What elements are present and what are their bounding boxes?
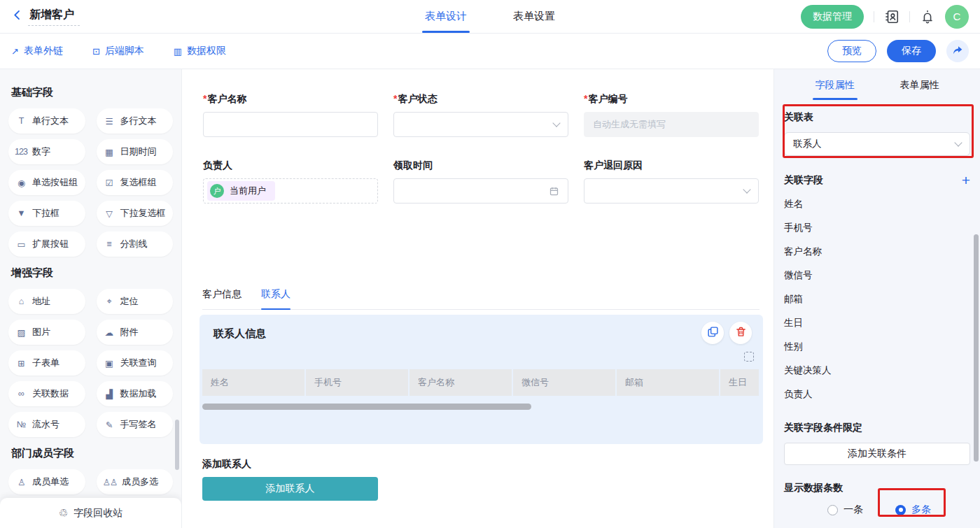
chevron-down-icon (954, 138, 962, 146)
tab-customer-info[interactable]: 客户信息 (202, 288, 241, 309)
field-recycle-bin[interactable]: ♲ 字段回收站 (0, 498, 181, 528)
copy-button[interactable] (701, 322, 724, 344)
tab-contacts[interactable]: 联系人 (261, 288, 290, 309)
user-avatar[interactable]: C (945, 5, 969, 29)
field-palette-item[interactable]: ☑ 复选框组 (97, 170, 174, 195)
selection-handle-icon[interactable] (744, 352, 754, 362)
field-palette-item[interactable]: ▣ 关联查询 (97, 350, 174, 376)
field-claim-time: 领取时间 (393, 159, 568, 204)
radio-single-row[interactable]: 一条 (827, 504, 863, 516)
field-type-label: 数字 (32, 145, 50, 158)
delete-button[interactable] (729, 322, 752, 344)
radio-multiple-rows[interactable]: 多条 (895, 504, 931, 516)
tab-form-design[interactable]: 表单设计 (425, 0, 467, 33)
return-reason-select[interactable] (584, 178, 759, 204)
related-field-item[interactable]: 客户名称 (784, 240, 970, 264)
add-condition-button[interactable]: 添加关联条件 (784, 443, 970, 465)
related-field-item[interactable]: 邮箱 (784, 287, 970, 311)
field-palette-item[interactable]: ✎ 手写签名 (97, 412, 174, 437)
related-table-select[interactable]: 联系人 (784, 132, 970, 156)
related-field-item[interactable]: 性别 (784, 335, 970, 359)
toolbar-link-icon: ⊡ (92, 46, 100, 57)
field-palette-item[interactable]: ◉ 单选按钮组 (8, 170, 85, 195)
condition-label: 关联字段条件限定 (784, 422, 970, 434)
horizontal-scrollbar[interactable] (202, 404, 531, 410)
field-type-icon: № (15, 420, 27, 429)
field-return-reason: 客户退回原因 (584, 159, 759, 204)
related-field-item[interactable]: 生日 (784, 311, 970, 335)
page-title[interactable]: 新增客户 (28, 8, 80, 26)
field-palette-item[interactable]: ▟ 数据加载 (97, 381, 174, 406)
claim-time-date-input[interactable] (393, 178, 568, 204)
field-palette-item[interactable]: ▨ 图片 (8, 320, 85, 345)
field-palette-item[interactable]: ▽ 下拉复选框 (97, 201, 174, 226)
current-user-tag[interactable]: 户 当前用户 (207, 181, 275, 201)
field-palette-item[interactable]: ☰ 多行文本 (97, 108, 174, 134)
field-label: 客户退回原因 (584, 159, 759, 172)
field-palette-item[interactable]: ⌖ 定位 (97, 289, 174, 314)
toolbar-actions: 预览 保存 (827, 40, 969, 62)
required-asterisk: * (584, 93, 587, 104)
field-palette-item[interactable]: ▦ 日期时间 (97, 139, 174, 164)
detail-tabs: 客户信息 联系人 (202, 288, 760, 310)
field-palette-item[interactable]: ⌂ 地址 (8, 289, 85, 314)
field-type-label: 多行文本 (120, 115, 157, 127)
field-type-icon: ◉ (15, 178, 27, 188)
properties-scrollbar[interactable] (974, 234, 979, 462)
field-palette-item[interactable]: 123 数字 (8, 139, 85, 164)
toolbar-link[interactable]: ↗ 表单外链 (11, 45, 63, 57)
field-palette-item[interactable]: ♙♙ 成员多选 (97, 469, 174, 494)
section-title: 部门成员字段 (11, 447, 173, 460)
field-palette-item[interactable]: ≡ 分割线 (97, 231, 174, 257)
related-field-item[interactable]: 关键决策人 (784, 359, 970, 383)
related-field-item[interactable]: 姓名 (784, 192, 970, 216)
toolbar-link[interactable]: ⊡ 后端脚本 (92, 45, 144, 57)
field-type-icon: ♙ (15, 477, 27, 487)
field-type-icon: ▨ (15, 327, 27, 338)
field-type-label: 扩展按钮 (32, 238, 69, 250)
field-palette-item[interactable]: T 单行文本 (8, 108, 85, 134)
related-field-item[interactable]: 负责人 (784, 383, 970, 406)
data-management-button[interactable]: 数据管理 (801, 5, 864, 29)
preview-button[interactable]: 预览 (827, 40, 876, 62)
tab-field-properties[interactable]: 字段属性 (792, 71, 877, 100)
customer-name-input[interactable] (203, 112, 378, 137)
customer-number-input[interactable]: 自动生成无需填写 (584, 112, 759, 137)
toolbar-link[interactable]: ▥ 数据权限 (174, 45, 226, 57)
field-palette-item[interactable]: ♙ 成员单选 (8, 469, 85, 494)
field-type-icon: T (15, 116, 27, 126)
section-enhanced-fields: 增强字段 ⌂ 地址 ⌖ 定位 (8, 266, 173, 437)
notifications-bell-icon[interactable] (920, 9, 935, 24)
field-type-label: 定位 (120, 295, 139, 308)
field-type-icon: ♙♙ (103, 477, 117, 487)
radio-selected-icon (895, 505, 906, 515)
back-button[interactable] (11, 9, 23, 24)
field-palette-item[interactable]: ∞ 关联数据 (8, 381, 85, 406)
add-field-plus-icon[interactable]: + (962, 174, 970, 187)
tab-form-settings[interactable]: 表单设置 (513, 0, 555, 33)
properties-panel: 字段属性 表单属性 关联表 联系人 关联字段 + 姓名 手机号 客户名称 (774, 69, 980, 528)
field-palette-item[interactable]: ▼ 下拉框 (8, 201, 85, 226)
save-button[interactable]: 保存 (887, 40, 936, 62)
sidebar-scrollbar[interactable] (175, 420, 179, 470)
field-label: 客户编号 (588, 93, 627, 104)
tab-form-properties[interactable]: 表单属性 (877, 71, 962, 100)
chevron-down-icon (743, 185, 750, 193)
related-field-item[interactable]: 手机号 (784, 216, 970, 240)
tag-label: 当前用户 (230, 185, 266, 197)
related-field-item[interactable]: 微信号 (784, 264, 970, 287)
share-button[interactable] (946, 40, 969, 62)
customer-status-select[interactable] (393, 112, 568, 137)
field-type-label: 数据加载 (120, 387, 157, 400)
add-contact-button[interactable]: 添加联系人 (202, 477, 378, 501)
field-palette-item[interactable]: ⊞ 子表单 (8, 350, 85, 376)
field-type-icon: ▭ (15, 239, 27, 250)
sub-toolbar: ↗ 表单外链 ⊡ 后端脚本 ▥ 数据权限 预览 保存 (0, 34, 980, 69)
field-palette-item[interactable]: ☁ 附件 (97, 320, 174, 345)
address-book-icon[interactable] (884, 9, 899, 24)
field-palette-item[interactable]: ▭ 扩展按钮 (8, 231, 85, 257)
field-palette-sidebar: 基础字段 T 单行文本 ☰ 多行文本 (0, 69, 182, 528)
contact-subform-panel[interactable]: 联系人信息 (200, 315, 763, 444)
field-palette-item[interactable]: № 流水号 (8, 412, 85, 437)
owner-member-box[interactable]: 户 当前用户 (203, 178, 378, 204)
